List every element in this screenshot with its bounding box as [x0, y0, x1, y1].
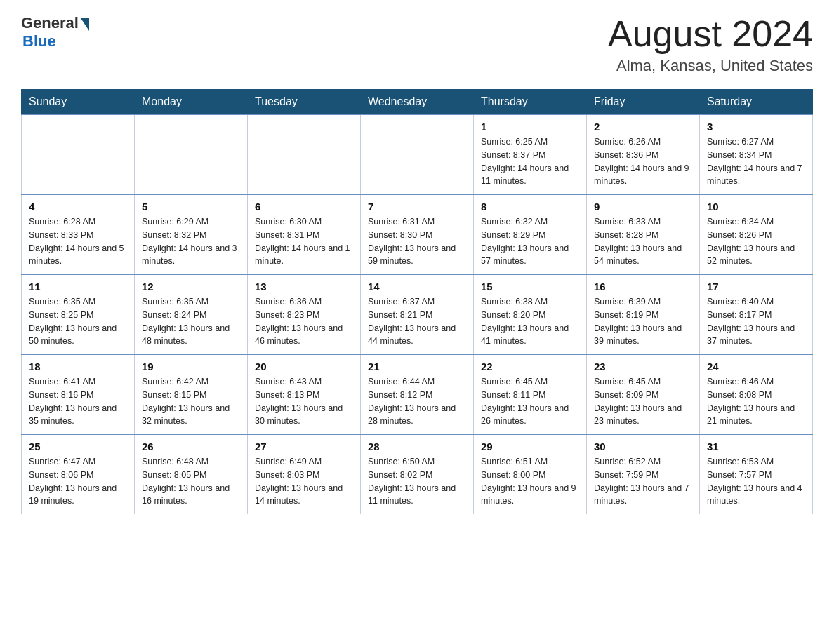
- calendar-cell: [135, 114, 248, 194]
- calendar-day-header: Thursday: [474, 90, 587, 115]
- day-number: 3: [707, 121, 805, 133]
- calendar-table: SundayMondayTuesdayWednesdayThursdayFrid…: [21, 89, 813, 514]
- day-info: Sunrise: 6:26 AMSunset: 8:36 PMDaylight:…: [594, 135, 692, 188]
- day-info: Sunrise: 6:40 AMSunset: 8:17 PMDaylight:…: [707, 295, 805, 348]
- calendar-cell: 12Sunrise: 6:35 AMSunset: 8:24 PMDayligh…: [135, 274, 248, 354]
- calendar-day-header: Sunday: [22, 90, 135, 115]
- calendar-cell: 28Sunrise: 6:50 AMSunset: 8:02 PMDayligh…: [361, 434, 474, 514]
- calendar-cell: 24Sunrise: 6:46 AMSunset: 8:08 PMDayligh…: [700, 354, 813, 434]
- calendar-cell: 7Sunrise: 6:31 AMSunset: 8:30 PMDaylight…: [361, 194, 474, 274]
- calendar-cell: 23Sunrise: 6:45 AMSunset: 8:09 PMDayligh…: [587, 354, 700, 434]
- calendar-cell: 29Sunrise: 6:51 AMSunset: 8:00 PMDayligh…: [474, 434, 587, 514]
- week-row: 1Sunrise: 6:25 AMSunset: 8:37 PMDaylight…: [22, 114, 813, 194]
- calendar-cell: 25Sunrise: 6:47 AMSunset: 8:06 PMDayligh…: [22, 434, 135, 514]
- calendar-cell: 31Sunrise: 6:53 AMSunset: 7:57 PMDayligh…: [700, 434, 813, 514]
- logo: General Blue: [21, 14, 89, 51]
- day-info: Sunrise: 6:25 AMSunset: 8:37 PMDaylight:…: [481, 135, 579, 188]
- calendar-cell: 14Sunrise: 6:37 AMSunset: 8:21 PMDayligh…: [361, 274, 474, 354]
- day-number: 9: [594, 201, 692, 213]
- day-number: 14: [368, 281, 466, 293]
- day-info: Sunrise: 6:49 AMSunset: 8:03 PMDaylight:…: [255, 455, 353, 508]
- calendar-cell: [361, 114, 474, 194]
- logo-arrow-icon: [81, 18, 89, 31]
- day-number: 15: [481, 281, 579, 293]
- day-info: Sunrise: 6:45 AMSunset: 8:11 PMDaylight:…: [481, 375, 579, 428]
- day-number: 27: [255, 441, 353, 452]
- day-number: 22: [481, 361, 579, 373]
- day-number: 16: [594, 281, 692, 293]
- day-number: 25: [29, 441, 127, 452]
- location-subtitle: Alma, Kansas, United States: [608, 57, 813, 75]
- calendar-cell: 13Sunrise: 6:36 AMSunset: 8:23 PMDayligh…: [248, 274, 361, 354]
- calendar-day-header: Monday: [135, 90, 248, 115]
- day-info: Sunrise: 6:45 AMSunset: 8:09 PMDaylight:…: [594, 375, 692, 428]
- title-block: August 2024 Alma, Kansas, United States: [608, 14, 813, 75]
- day-info: Sunrise: 6:27 AMSunset: 8:34 PMDaylight:…: [707, 135, 805, 188]
- day-number: 26: [142, 441, 240, 452]
- calendar-cell: 1Sunrise: 6:25 AMSunset: 8:37 PMDaylight…: [474, 114, 587, 194]
- day-number: 18: [29, 361, 127, 373]
- calendar-day-header: Wednesday: [361, 90, 474, 115]
- day-info: Sunrise: 6:38 AMSunset: 8:20 PMDaylight:…: [481, 295, 579, 348]
- calendar-cell: 26Sunrise: 6:48 AMSunset: 8:05 PMDayligh…: [135, 434, 248, 514]
- day-info: Sunrise: 6:46 AMSunset: 8:08 PMDaylight:…: [707, 375, 805, 428]
- day-number: 4: [29, 201, 127, 213]
- day-number: 12: [142, 281, 240, 293]
- calendar-day-header: Friday: [587, 90, 700, 115]
- calendar-cell: 17Sunrise: 6:40 AMSunset: 8:17 PMDayligh…: [700, 274, 813, 354]
- day-number: 10: [707, 201, 805, 213]
- day-info: Sunrise: 6:29 AMSunset: 8:32 PMDaylight:…: [142, 215, 240, 268]
- calendar-cell: 21Sunrise: 6:44 AMSunset: 8:12 PMDayligh…: [361, 354, 474, 434]
- week-row: 11Sunrise: 6:35 AMSunset: 8:25 PMDayligh…: [22, 274, 813, 354]
- day-number: 1: [481, 121, 579, 133]
- week-row: 25Sunrise: 6:47 AMSunset: 8:06 PMDayligh…: [22, 434, 813, 514]
- day-number: 7: [368, 201, 466, 213]
- calendar-cell: 10Sunrise: 6:34 AMSunset: 8:26 PMDayligh…: [700, 194, 813, 274]
- day-number: 11: [29, 281, 127, 293]
- calendar-cell: 3Sunrise: 6:27 AMSunset: 8:34 PMDaylight…: [700, 114, 813, 194]
- calendar-header-row: SundayMondayTuesdayWednesdayThursdayFrid…: [22, 90, 813, 115]
- calendar-cell: [22, 114, 135, 194]
- calendar-day-header: Saturday: [700, 90, 813, 115]
- day-number: 20: [255, 361, 353, 373]
- day-number: 29: [481, 441, 579, 452]
- day-info: Sunrise: 6:52 AMSunset: 7:59 PMDaylight:…: [594, 455, 692, 508]
- day-number: 30: [594, 441, 692, 452]
- calendar-cell: 22Sunrise: 6:45 AMSunset: 8:11 PMDayligh…: [474, 354, 587, 434]
- logo-general-text: General: [21, 14, 79, 32]
- day-info: Sunrise: 6:53 AMSunset: 7:57 PMDaylight:…: [707, 455, 805, 508]
- day-number: 17: [707, 281, 805, 293]
- day-info: Sunrise: 6:41 AMSunset: 8:16 PMDaylight:…: [29, 375, 127, 428]
- day-number: 19: [142, 361, 240, 373]
- page-header: General Blue August 2024 Alma, Kansas, U…: [21, 14, 813, 75]
- calendar-cell: 2Sunrise: 6:26 AMSunset: 8:36 PMDaylight…: [587, 114, 700, 194]
- day-info: Sunrise: 6:50 AMSunset: 8:02 PMDaylight:…: [368, 455, 466, 508]
- day-number: 24: [707, 361, 805, 373]
- week-row: 18Sunrise: 6:41 AMSunset: 8:16 PMDayligh…: [22, 354, 813, 434]
- day-number: 8: [481, 201, 579, 213]
- calendar-cell: 20Sunrise: 6:43 AMSunset: 8:13 PMDayligh…: [248, 354, 361, 434]
- day-number: 31: [707, 441, 805, 452]
- calendar-cell: 15Sunrise: 6:38 AMSunset: 8:20 PMDayligh…: [474, 274, 587, 354]
- day-number: 28: [368, 441, 466, 452]
- day-info: Sunrise: 6:51 AMSunset: 8:00 PMDaylight:…: [481, 455, 579, 508]
- day-info: Sunrise: 6:43 AMSunset: 8:13 PMDaylight:…: [255, 375, 353, 428]
- calendar-cell: 6Sunrise: 6:30 AMSunset: 8:31 PMDaylight…: [248, 194, 361, 274]
- day-info: Sunrise: 6:37 AMSunset: 8:21 PMDaylight:…: [368, 295, 466, 348]
- day-number: 21: [368, 361, 466, 373]
- calendar-cell: 9Sunrise: 6:33 AMSunset: 8:28 PMDaylight…: [587, 194, 700, 274]
- calendar-cell: 11Sunrise: 6:35 AMSunset: 8:25 PMDayligh…: [22, 274, 135, 354]
- day-info: Sunrise: 6:33 AMSunset: 8:28 PMDaylight:…: [594, 215, 692, 268]
- day-info: Sunrise: 6:48 AMSunset: 8:05 PMDaylight:…: [142, 455, 240, 508]
- calendar-cell: 30Sunrise: 6:52 AMSunset: 7:59 PMDayligh…: [587, 434, 700, 514]
- day-info: Sunrise: 6:47 AMSunset: 8:06 PMDaylight:…: [29, 455, 127, 508]
- day-info: Sunrise: 6:35 AMSunset: 8:24 PMDaylight:…: [142, 295, 240, 348]
- day-info: Sunrise: 6:39 AMSunset: 8:19 PMDaylight:…: [594, 295, 692, 348]
- day-info: Sunrise: 6:36 AMSunset: 8:23 PMDaylight:…: [255, 295, 353, 348]
- calendar-cell: 4Sunrise: 6:28 AMSunset: 8:33 PMDaylight…: [22, 194, 135, 274]
- calendar-cell: 18Sunrise: 6:41 AMSunset: 8:16 PMDayligh…: [22, 354, 135, 434]
- day-info: Sunrise: 6:35 AMSunset: 8:25 PMDaylight:…: [29, 295, 127, 348]
- calendar-cell: 8Sunrise: 6:32 AMSunset: 8:29 PMDaylight…: [474, 194, 587, 274]
- day-info: Sunrise: 6:42 AMSunset: 8:15 PMDaylight:…: [142, 375, 240, 428]
- day-info: Sunrise: 6:32 AMSunset: 8:29 PMDaylight:…: [481, 215, 579, 268]
